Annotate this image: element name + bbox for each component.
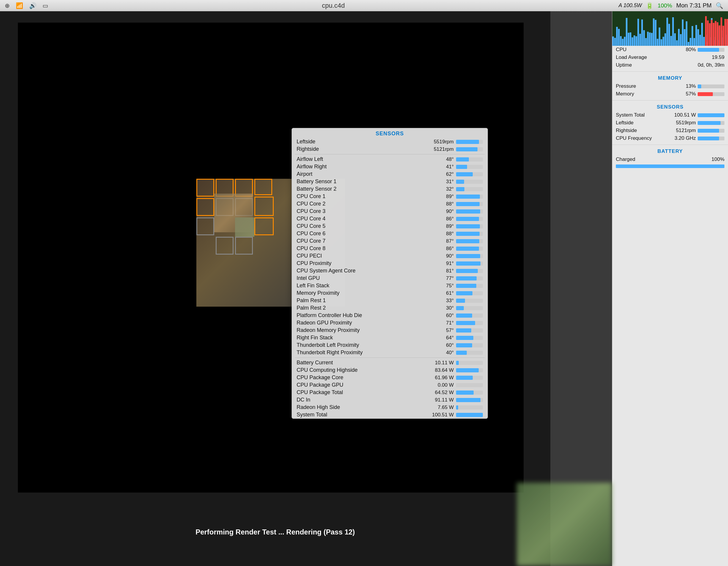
sensor-bar <box>456 232 480 236</box>
istat-bar <box>698 48 724 52</box>
sensor-bar <box>456 261 480 266</box>
sensor-bar <box>456 276 477 280</box>
sensor-value: 0.00 W <box>426 382 456 388</box>
temp-row: Airport 62° <box>292 170 488 178</box>
temp-row: CPU Core 4 86° <box>292 215 488 222</box>
sensor-value: 33° <box>426 298 456 304</box>
sensors-popup-title: SENSORS <box>292 128 488 138</box>
istat-bar-fill <box>698 48 719 52</box>
sensor-name: Right Fin Stack <box>297 335 426 341</box>
sensor-bar <box>456 254 480 258</box>
sensor-value: 71° <box>426 320 456 326</box>
sensor-name: CPU Core 6 <box>297 231 426 237</box>
istat-sensor-row: Leftside 5519rpm <box>612 119 728 127</box>
sensor-bar <box>456 284 476 288</box>
temp-row: Thunderbolt Left Proximity 60° <box>292 341 488 349</box>
selection-box <box>235 237 253 255</box>
wifi-icon: 📶 <box>16 2 23 9</box>
sensor-bar <box>456 140 479 144</box>
istat-sensor-row: Rightside 5121rpm <box>612 127 728 134</box>
sensor-value: 91° <box>426 261 456 266</box>
divider <box>612 145 728 145</box>
sensor-name: Rightside <box>297 146 426 152</box>
istat-label: Uptime <box>616 62 698 68</box>
sensor-bar <box>456 343 472 347</box>
sensor-bar-container <box>456 405 483 410</box>
sensor-value: 86° <box>426 246 456 252</box>
istat-label: Memory <box>616 91 672 97</box>
sensor-bar-container <box>456 368 483 372</box>
istat-bar <box>698 113 724 117</box>
menubar-left: ⊕ 📶 🔊 ▭ <box>5 2 48 9</box>
sensor-value: 48° <box>426 156 456 162</box>
sensor-name: CPU Computing Highside <box>297 367 426 373</box>
power-row: System Total 100.51 W <box>292 411 488 418</box>
sensor-bar-container <box>456 172 483 176</box>
sensor-name: CPU System Agent Core <box>297 268 426 274</box>
sensor-bar-container <box>456 261 483 266</box>
temp-row: CPU System Agent Core 81° <box>292 267 488 275</box>
istat-label: Load Average <box>616 54 701 60</box>
sensor-name: Palm Rest 1 <box>297 297 426 304</box>
istat-bar <box>698 129 724 133</box>
sensors-popup: SENSORS Leftside 5519rpm Rightside 5121r… <box>292 128 488 419</box>
sensor-bar-container <box>456 147 483 151</box>
sensor-bar <box>456 336 473 340</box>
temp-row: Right Fin Stack 64° <box>292 334 488 341</box>
sensor-bar-container <box>456 383 483 387</box>
istat-sensors-rows: System Total 100.51 W Leftside 5519rpm R… <box>612 111 728 142</box>
power-display: A 100.5W <box>619 2 642 9</box>
istat-cpu-row: CPU 80% <box>612 46 728 54</box>
istat-value: 57% <box>672 91 696 97</box>
power-row: DC In 91.11 W <box>292 396 488 404</box>
istat-value: 3.20 GHz <box>672 135 696 141</box>
power-rows: Battery Current 10.11 W CPU Computing Hi… <box>292 359 488 418</box>
istat-value: 13% <box>672 83 696 89</box>
sensor-bar <box>456 405 458 410</box>
sensor-value: 40° <box>426 350 456 356</box>
selection-box <box>196 198 214 216</box>
istat-value: 19.59 <box>701 54 724 60</box>
sensor-bar-container <box>456 361 483 365</box>
istat-bar <box>698 137 724 140</box>
istat-cpu-rows: CPU 80% Load Average 19.59 Uptime 0d, 0h… <box>612 46 728 69</box>
temp-row: Platform Controller Hub Die 60° <box>292 312 488 319</box>
sensor-bar <box>456 195 480 199</box>
sensor-bar <box>456 147 477 151</box>
power-row: CPU Computing Highside 83.64 W <box>292 366 488 374</box>
divider <box>612 71 728 72</box>
sensor-bar <box>456 299 465 303</box>
airdrop-icon: ⊕ <box>5 2 10 9</box>
divider <box>295 154 485 154</box>
istat-bar-fill <box>698 84 701 88</box>
sensor-bar-container <box>456 187 483 191</box>
selection-box <box>254 197 274 216</box>
istat-label: Pressure <box>616 83 672 89</box>
sensor-bar <box>456 202 480 206</box>
istat-label: Leftside <box>616 120 672 126</box>
istat-value: 5121rpm <box>672 128 696 134</box>
sensor-bar-container <box>456 209 483 214</box>
sensor-bar <box>456 368 479 372</box>
battery-percent: 100% <box>657 2 672 9</box>
sensor-name: CPU Core 3 <box>297 208 426 214</box>
search-icon[interactable]: 🔍 <box>716 2 723 9</box>
sensor-bar-container <box>456 336 483 340</box>
sensor-value: 83.64 W <box>426 367 456 373</box>
menu-bar: ⊕ 📶 🔊 ▭ cpu.c4d A 100.5W 🔋 100% Mon 7:31… <box>0 0 728 11</box>
temp-rows: Airflow Left 48° Airflow Right 41° Airpo… <box>292 156 488 356</box>
sensor-name: CPU Core 8 <box>297 245 426 252</box>
sensor-value: 91.11 W <box>426 397 456 403</box>
sensor-name: DC In <box>297 397 426 403</box>
sensor-name: Airport <box>297 171 426 177</box>
sensor-bar <box>456 313 472 318</box>
sensor-bar <box>456 165 467 169</box>
sensor-bar <box>456 361 459 365</box>
temp-row: CPU Core 6 88° <box>292 230 488 237</box>
sensor-value: 41° <box>426 164 456 170</box>
sensor-bar-container <box>456 391 483 395</box>
sensor-bar-container <box>456 165 483 169</box>
sensor-bar <box>456 217 479 221</box>
sensor-value: 81° <box>426 268 456 274</box>
sensor-bar-container <box>456 157 483 162</box>
